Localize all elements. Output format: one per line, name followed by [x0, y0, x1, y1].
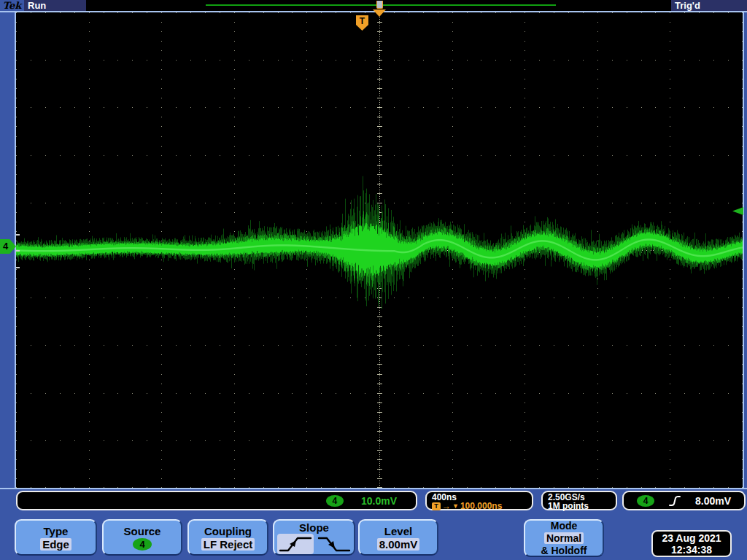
rising-edge-icon: [668, 494, 681, 508]
acquisition-readout: 2.50GS/s 1M points: [541, 491, 617, 510]
type-value: Edge: [40, 538, 71, 551]
slope-rising-icon: [279, 534, 312, 553]
channel-4-badge: 4: [326, 495, 344, 507]
type-label: Type: [44, 525, 69, 537]
trigger-position-readout: T→▼100.000ns: [432, 502, 532, 510]
mode-value2: & Holdoff: [541, 545, 587, 556]
slope-falling-icon[interactable]: [317, 534, 351, 553]
waveform-display-frame: T: [0, 11, 747, 489]
reference-tick: [16, 250, 20, 252]
arrow-right-icon: →: [442, 502, 451, 510]
trigger-position-arrow-icon: [373, 9, 386, 17]
trigger-position-value: 100.000ns: [460, 502, 502, 510]
acquisition-status: Run: [28, 0, 46, 11]
time-value: 12:34:38: [671, 544, 712, 556]
source-label: Source: [124, 525, 161, 537]
menu-button-mode[interactable]: Mode Normal & Holdoff: [524, 519, 604, 557]
coupling-label: Coupling: [204, 525, 252, 537]
waveform-display: T: [15, 12, 744, 488]
horizontal-readout: 400ns T→▼100.000ns: [425, 491, 533, 510]
mode-value: Normal: [544, 532, 584, 544]
trigger-channel-badge: 4: [637, 495, 654, 507]
coupling-value: LF Reject: [201, 538, 255, 551]
trigger-position-marker-icon: [376, 1, 383, 9]
menu-button-level[interactable]: Level 8.00mV: [358, 519, 438, 556]
reference-tick: [16, 267, 20, 268]
slope-label: Slope: [299, 521, 329, 534]
level-value: 8.00mV: [377, 538, 420, 551]
waveform-canvas: [16, 12, 743, 488]
reference-tick: [16, 234, 20, 236]
trigger-t-icon: T: [432, 502, 441, 510]
record-length-value: 1M points: [548, 502, 616, 510]
channel-scale-readout: 4 10.0mV: [16, 491, 417, 510]
level-label: Level: [384, 525, 412, 537]
tek-logo: Tek: [0, 0, 24, 11]
trigger-readout: 4 8.00mV: [622, 491, 746, 510]
menu-button-slope[interactable]: Slope: [273, 519, 355, 556]
menu-button-source[interactable]: Source 4: [102, 519, 182, 556]
mode-label: Mode: [551, 520, 578, 532]
datetime-box: 23 Aug 2021 12:34:38: [651, 530, 732, 557]
slope-rising-selected[interactable]: [277, 534, 314, 554]
trigger-level-value: 8.00mV: [695, 495, 731, 507]
date-value: 23 Aug 2021: [662, 532, 721, 544]
pointer-down-icon: ▼: [452, 502, 459, 510]
source-channel-badge: 4: [133, 538, 152, 551]
menu-button-type[interactable]: Type Edge: [15, 519, 97, 556]
channel-scale-value: 10.0mV: [361, 495, 397, 507]
slope-options: [277, 534, 351, 554]
trigger-status: Trig'd: [675, 0, 700, 11]
menu-button-coupling[interactable]: Coupling LF Reject: [187, 519, 268, 556]
